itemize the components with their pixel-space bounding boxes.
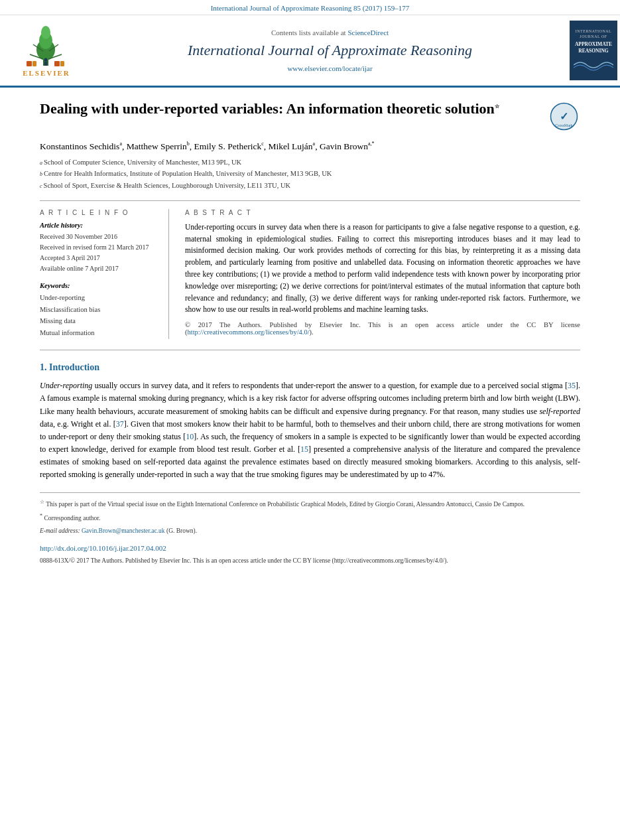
history-accepted: Accepted 3 April 2017	[40, 253, 158, 263]
affiliation-b: b Centre for Health Informatics, Institu…	[40, 169, 580, 179]
author-lujan: Mikel Luján	[268, 141, 312, 151]
doi-url[interactable]: http://dx.doi.org/10.1016/j.ijar.2017.04…	[40, 544, 166, 552]
article-info-heading: A R T I C L E I N F O	[40, 209, 158, 216]
journal-title: International Journal of Approximate Rea…	[188, 42, 472, 59]
keyword-misclassification: Misclassification bias	[40, 304, 158, 316]
journal-ref-text: International Journal of Approximate Rea…	[211, 4, 410, 12]
authors-line: Konstantinos Sechidisa, Matthew Sperrinb…	[40, 141, 580, 152]
page-content: Dealing with under-reported variables: A…	[0, 88, 620, 577]
ref-10[interactable]: 10	[186, 432, 194, 441]
ref-37[interactable]: 37	[116, 419, 124, 429]
email-author: (G. Brown).	[166, 527, 197, 534]
affiliations-section: a School of Computer Science, University…	[40, 157, 580, 191]
email-address[interactable]: Gavin.Brown@manchester.ac.uk	[82, 527, 165, 534]
article-title-section: Dealing with under-reported variables: A…	[40, 100, 580, 133]
intro-title: 1. Introduction	[40, 362, 580, 373]
self-reported-term: self-reported	[539, 407, 580, 416]
journal-title-section: Contents lists available at ScienceDirec…	[93, 21, 567, 80]
doi-section: http://dx.doi.org/10.1016/j.ijar.2017.04…	[40, 543, 580, 565]
email-label: E-mail address:	[40, 527, 82, 534]
abstract-license: © 2017 The Authors. Published by Elsevie…	[185, 321, 580, 336]
footnote-divider	[40, 492, 580, 493]
author-sechidis: Konstantinos Sechidis	[40, 141, 119, 151]
abstract-text: Under-reporting occurs in survey data wh…	[185, 222, 580, 316]
keyword-missing-data: Missing data	[40, 315, 158, 327]
sciencedirect-link[interactable]: ScienceDirect	[347, 29, 389, 36]
affil-text-b: Centre for Health Informatics, Institute…	[44, 169, 332, 179]
elsevier-brand-text: ELSEVIER	[23, 69, 70, 77]
elsevier-logo-section: ELSEVIER	[0, 21, 93, 80]
keywords-label: Keywords:	[40, 282, 158, 289]
contents-prefix: Contents lists available at	[271, 29, 346, 36]
star-footnote-sup: ☆	[40, 499, 44, 505]
elsevier-tree-icon	[20, 25, 73, 68]
license-url[interactable]: http://creativecommons.org/licenses/by/4…	[188, 328, 310, 336]
journal-reference-bar: International Journal of Approximate Rea…	[0, 0, 620, 15]
affil-text-a: School of Computer Science, University o…	[44, 157, 241, 168]
section-divider	[40, 200, 580, 201]
abstract-column: A B S T R A C T Under-reporting occurs i…	[185, 209, 580, 339]
author-petherick: Emily S. Petherick	[194, 141, 262, 151]
title-star: ☆	[495, 104, 499, 109]
article-info-abstract-section: A R T I C L E I N F O Article history: R…	[40, 209, 580, 339]
author-brown: Gavin Brown	[320, 141, 368, 151]
svg-point-3	[41, 26, 50, 39]
issn-text: 0888-613X/© 2017 The Authors. Published …	[40, 556, 580, 565]
introduction-section: 1. Introduction Under-reporting usually …	[40, 362, 580, 482]
journal-url[interactable]: www.elsevier.com/locate/ijar	[287, 64, 372, 72]
svg-rect-13	[44, 62, 47, 66]
svg-rect-8	[27, 61, 32, 66]
article-history-section: Article history: Received 30 November 20…	[40, 222, 158, 274]
abstract-heading: A B S T R A C T	[185, 209, 580, 216]
corresponding-footnote: * Corresponding author.	[40, 512, 580, 523]
history-label: Article history:	[40, 222, 158, 229]
svg-rect-11	[60, 61, 64, 66]
corresponding-sup: *	[40, 513, 42, 519]
crossmark-badge[interactable]: ✓ CrossMark	[547, 100, 580, 133]
author-sperrin: Matthew Sperrin	[127, 141, 187, 151]
article-info-column: A R T I C L E I N F O Article history: R…	[40, 209, 169, 339]
license-close: ).	[310, 328, 314, 336]
journal-cover-section: INTERNATIONAL JOURNAL OF APPROXIMATE REA…	[567, 21, 620, 80]
history-received: Received 30 November 2016	[40, 232, 158, 242]
article-title: Dealing with under-reported variables: A…	[40, 100, 536, 119]
star-footnote: ☆ This paper is part of the Virtual spec…	[40, 498, 580, 509]
keyword-under-reporting: Under-reporting	[40, 292, 158, 304]
star-footnote-text: This paper is part of the Virtual specia…	[46, 501, 525, 508]
svg-rect-10	[54, 61, 60, 66]
history-revised: Received in revised form 21 March 2017	[40, 242, 158, 253]
svg-point-12	[44, 58, 48, 61]
affil-sup-a: a	[40, 159, 42, 167]
affil-sup-b: b	[40, 171, 42, 178]
email-footnote: E-mail address: Gavin.Brown@manchester.a…	[40, 526, 580, 535]
history-online: Available online 7 April 2017	[40, 263, 158, 274]
ref-15[interactable]: 15	[300, 445, 308, 454]
keyword-mutual-info: Mutual information	[40, 327, 158, 339]
article-title-text: Dealing with under-reported variables: A…	[40, 100, 495, 117]
corresponding-text: Corresponding author.	[44, 515, 100, 522]
journal-cover-image: INTERNATIONAL JOURNAL OF APPROXIMATE REA…	[570, 21, 617, 80]
ref-35[interactable]: 35	[568, 381, 576, 390]
affiliation-a: a School of Computer Science, University…	[40, 157, 580, 168]
elsevier-logo: ELSEVIER	[20, 25, 73, 77]
keywords-section: Keywords: Under-reporting Misclassificat…	[40, 282, 158, 339]
svg-text:✓: ✓	[560, 111, 568, 122]
affil-sup-c: c	[40, 182, 42, 190]
affil-text-c: School of Sport, Exercise & Health Scien…	[44, 180, 290, 191]
crossmark-icon: ✓ CrossMark	[549, 102, 579, 131]
journal-header: ELSEVIER Contents lists available at Sci…	[0, 15, 620, 88]
cover-wave-icon	[574, 58, 613, 72]
affiliation-c: c School of Sport, Exercise & Health Sci…	[40, 180, 580, 191]
intro-divider	[40, 350, 580, 350]
cover-title: APPROXIMATE REASONING	[572, 41, 615, 54]
cover-label-top: INTERNATIONAL JOURNAL OF	[572, 29, 615, 40]
intro-paragraph-1: Under-reporting usually occurs in survey…	[40, 380, 580, 482]
under-reporting-term: Under-reporting	[40, 381, 92, 390]
sciencedirect-line: Contents lists available at ScienceDirec…	[271, 29, 389, 36]
svg-rect-9	[32, 61, 36, 66]
svg-text:CrossMark: CrossMark	[555, 123, 573, 127]
